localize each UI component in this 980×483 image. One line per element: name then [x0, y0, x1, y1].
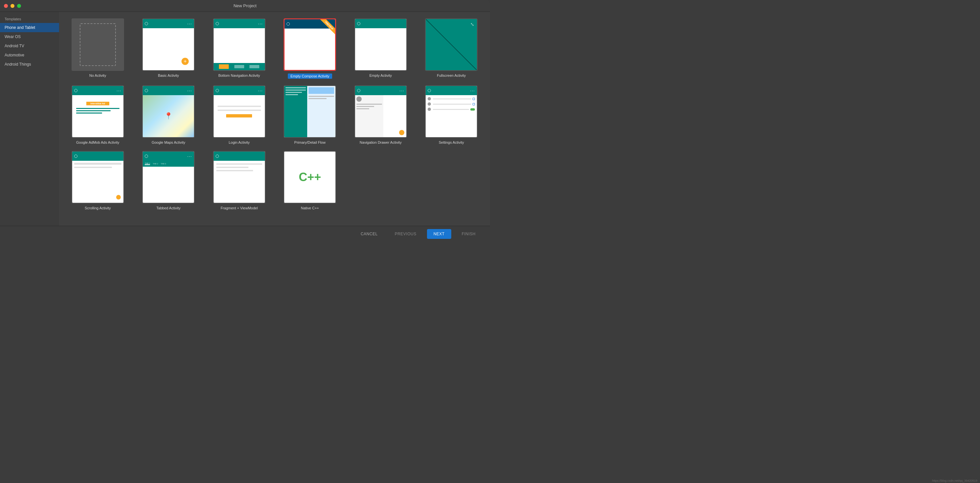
sidebar-item-phone-tablet[interactable]: Phone and Tablet [0, 23, 59, 32]
nd-fab [399, 130, 404, 135]
template-thumb-settings: ··· [425, 85, 477, 138]
template-fullscreen[interactable]: ⤡ Fullscreen Activity [420, 18, 484, 79]
template-login[interactable]: ··· Login Activity [207, 85, 271, 145]
bnav-item-1 [219, 64, 229, 69]
admob-line-2 [76, 110, 111, 111]
template-maps[interactable]: ··· 📍 Google Maps Activity [137, 85, 201, 145]
template-native-cpp[interactable]: C++ Native C++ [278, 151, 342, 210]
scroll-line-1 [74, 163, 121, 165]
template-basic-activity[interactable]: ··· + Basic Activity [137, 18, 201, 79]
fullscreen-mockup: ⤡ [426, 19, 477, 70]
template-thumb-nav-drawer: ··· [355, 85, 407, 138]
sidebar-item-android-tv[interactable]: Android TV [0, 41, 59, 51]
template-tabbed[interactable]: ··· TAB 1 TAB 2 TAB 3 Tabbed Activity [137, 151, 201, 210]
close-button[interactable] [4, 4, 8, 8]
settings-line-3 [433, 109, 469, 110]
settings-row-1 [428, 97, 475, 100]
pd-line-3 [286, 92, 302, 93]
template-label-bottom-nav: Bottom Navigation Activity [218, 73, 260, 78]
template-empty-activity[interactable]: Empty Activity [348, 18, 413, 79]
pd-mockup [284, 86, 336, 137]
template-label-tabbed: Tabbed Activity [157, 206, 180, 210]
svg-line-0 [426, 19, 477, 70]
settings-row-3 [428, 108, 475, 111]
sidebar-item-wear-os[interactable]: Wear OS [0, 32, 59, 41]
pd-right-panel [307, 86, 336, 137]
next-button[interactable]: NEXT [427, 229, 451, 239]
tab-3-label: TAB 3 [161, 163, 166, 165]
template-label-settings: Settings Activity [439, 140, 464, 145]
settings-line-2 [433, 104, 471, 105]
maps-header: ··· [143, 86, 194, 95]
empty-activity-header [355, 19, 406, 28]
scrolling-fab [116, 195, 121, 200]
basic-activity-header: ··· [143, 19, 194, 28]
pd-right-line-1 [309, 96, 334, 97]
maximize-button[interactable] [17, 4, 21, 8]
admob-line-1 [76, 108, 119, 109]
minimize-button[interactable] [11, 4, 14, 8]
back-arrow-icon [286, 22, 290, 25]
menu-dots-icon: ··· [188, 154, 192, 159]
previous-button[interactable]: PREVIOUS [388, 229, 423, 239]
template-settings[interactable]: ··· [420, 85, 484, 145]
cancel-button[interactable]: CANCEL [354, 229, 384, 239]
template-empty-compose[interactable]: Empty Compose Activity [278, 18, 342, 79]
nd-content [355, 95, 406, 137]
template-thumb-fullscreen: ⤡ [425, 18, 477, 71]
login-mockup: ··· [214, 86, 265, 137]
finish-button[interactable]: FINISH [455, 229, 482, 239]
template-admob[interactable]: ··· Interstitial Ad Google AdMob Ads A [66, 85, 130, 145]
template-thumb-empty-compose [283, 18, 336, 71]
admob-lines [76, 108, 119, 114]
settings-line-1 [433, 99, 471, 99]
fvm-content [214, 161, 265, 203]
settings-toggle [470, 108, 475, 111]
nd-avatar [356, 97, 362, 102]
back-arrow-icon [357, 89, 360, 92]
tab-1-label: TAB 1 [145, 162, 150, 165]
settings-circle-3 [428, 108, 431, 111]
template-primary-detail[interactable]: Primary/Detail Flow [278, 85, 342, 145]
template-thumb-tabbed: ··· TAB 1 TAB 2 TAB 3 [142, 151, 195, 203]
bottom-nav-mockup: ··· [214, 19, 265, 70]
basic-activity-mockup: ··· + [143, 19, 194, 70]
window-controls [4, 4, 21, 8]
fvm-line-1 [216, 164, 262, 165]
menu-dots-icon: ··· [188, 21, 192, 26]
template-bottom-nav[interactable]: ··· Bottom Navigation Activity [207, 18, 271, 79]
back-arrow-icon [74, 154, 78, 158]
bottom-nav-bar [214, 63, 265, 70]
template-fragment-vm[interactable]: Fragment + ViewModel [207, 151, 271, 210]
templates-grid: No Activity ··· + Basic Activity [66, 18, 484, 210]
scrolling-header [72, 152, 123, 161]
template-scrolling[interactable]: Scrolling Activity [66, 151, 130, 210]
template-label-fragment-vm: Fragment + ViewModel [221, 206, 258, 210]
template-no-activity[interactable]: No Activity [66, 18, 130, 79]
template-nav-drawer[interactable]: ··· [348, 85, 413, 145]
admob-content: Interstitial Ad [72, 95, 123, 137]
pd-line-1 [286, 87, 306, 88]
sidebar-item-android-things[interactable]: Android Things [0, 60, 59, 69]
interstitial-ad-label: Interstitial Ad [86, 102, 109, 105]
content-area: No Activity ··· + Basic Activity [59, 12, 490, 226]
template-thumb-no-activity [72, 18, 124, 71]
template-thumb-native-cpp: C++ [283, 151, 336, 203]
admob-line-3 [76, 113, 102, 114]
map-visual: 📍 [143, 95, 194, 137]
basic-activity-content: + [143, 28, 194, 70]
menu-dots-icon: ··· [399, 88, 404, 93]
template-thumb-primary-detail [283, 85, 336, 138]
sidebar-item-automotive[interactable]: Automotive [0, 51, 59, 60]
template-thumb-scrolling [72, 151, 124, 203]
nd-line-1 [356, 104, 382, 105]
back-arrow-icon [357, 22, 360, 25]
tabbed-tabs-bar: TAB 1 TAB 2 TAB 3 [143, 161, 194, 167]
settings-checkbox-1 [473, 98, 475, 100]
template-thumb-bottom-nav: ··· [213, 18, 266, 71]
settings-circle-1 [428, 97, 431, 100]
empty-activity-mockup [355, 19, 406, 70]
template-label-nav-drawer: Navigation Drawer Activity [360, 140, 402, 145]
back-arrow-icon [216, 22, 219, 25]
template-label-no-activity: No Activity [89, 73, 106, 78]
